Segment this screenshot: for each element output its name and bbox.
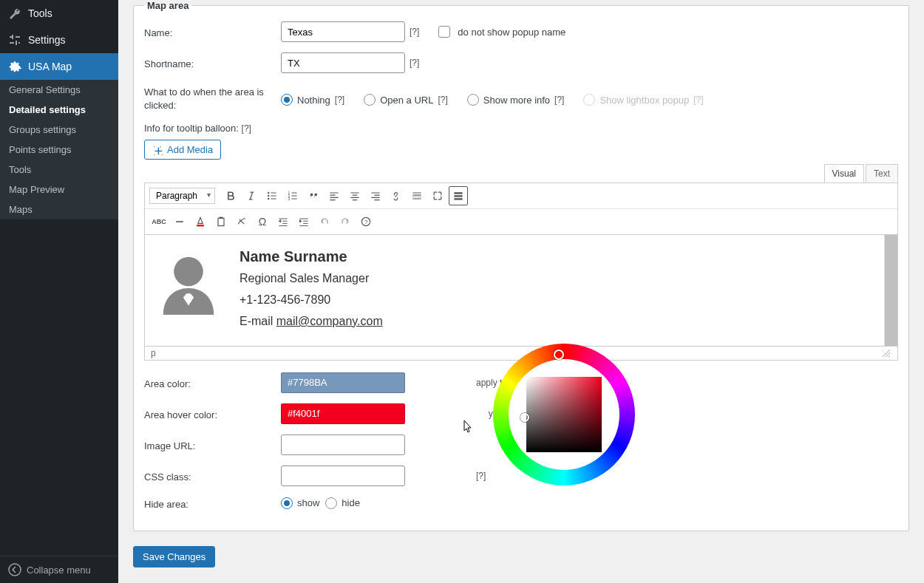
resize-grip-icon[interactable] [881,348,891,358]
outdent-icon[interactable] [274,212,293,231]
radio-lightbox: Show lightbox popup [?] [583,94,703,106]
sub-groups[interactable]: Groups settings [0,120,118,140]
special-char-icon[interactable]: Ω [253,212,272,231]
radio-show[interactable]: show [281,497,319,509]
align-left-icon[interactable] [325,186,344,205]
image-url-input[interactable] [281,434,405,455]
radio-label: Show lightbox popup [599,95,689,106]
collapse-icon [7,562,22,577]
help-icon[interactable]: ? [356,212,376,231]
sidebar-label: Settings [28,34,66,46]
radio-icon [364,94,376,106]
tooltip-help[interactable]: [?] [242,123,251,134]
radio-help[interactable]: [?] [554,95,564,105]
sub-maps[interactable]: Maps [0,200,118,219]
sub-detailed[interactable]: Detailed settings [0,100,118,120]
quote-icon[interactable] [304,186,323,205]
radio-label: Open a URL [380,95,433,106]
editor-toolbar: Paragraph 123 [144,183,898,235]
shortname-label: Shortname: [144,56,281,69]
satval-handle[interactable] [520,413,529,422]
name-input[interactable] [281,21,405,42]
redo-icon[interactable] [336,212,355,231]
radio-nothing[interactable]: Nothing [?] [281,94,344,106]
tab-visual[interactable]: Visual [824,164,864,183]
sub-general[interactable]: General Settings [0,80,118,100]
svg-rect-11 [218,219,224,226]
tooltip-label: Info for tooltip balloon: [144,123,239,134]
media-icon [152,145,163,155]
align-right-icon[interactable] [366,186,385,205]
bold-icon[interactable] [221,186,240,205]
radio-icon [583,94,595,106]
image-url-label: Image URL: [144,438,281,451]
fullscreen-icon[interactable] [428,186,447,205]
radio-icon [467,94,479,106]
wrench-icon [7,6,22,21]
bullet-list-icon[interactable] [262,186,282,205]
numbered-list-icon[interactable]: 123 [283,186,302,205]
collapse-menu[interactable]: Collapse menu [0,556,118,583]
svg-text:?: ? [364,219,368,226]
tab-text[interactable]: Text [866,164,898,183]
hue-handle[interactable] [554,350,564,360]
shortname-input[interactable] [281,52,405,73]
hr-icon[interactable] [170,212,189,231]
italic-icon[interactable] [242,186,261,205]
gear-icon [7,59,22,74]
email-link[interactable]: mail@company.com [276,315,383,327]
link-icon[interactable] [387,186,406,205]
paragraph-select[interactable]: Paragraph [149,188,215,204]
svg-rect-9 [454,199,462,200]
color-picker[interactable] [493,344,635,491]
align-center-icon[interactable] [345,186,364,205]
hover-color-label: Area hover color: [144,407,281,420]
radio-help[interactable]: [?] [335,95,344,105]
person-title: Regional Sales Manager [240,268,383,290]
paste-icon[interactable] [211,212,231,231]
radio-open-url[interactable]: Open a URL [?] [364,94,448,106]
email-label: E-mail [240,315,276,327]
editor-status-path: p [151,348,156,358]
add-media-button[interactable]: Add Media [144,140,221,160]
radio-icon [281,94,293,106]
indent-icon[interactable] [294,212,313,231]
svg-point-0 [9,564,21,576]
clear-format-icon[interactable] [232,212,251,231]
sidebar-submenu: General Settings Detailed settings Group… [0,80,118,219]
satval-square[interactable] [526,377,602,452]
css-class-help[interactable]: [?] [476,471,486,481]
toolbar-toggle-icon[interactable] [449,186,468,205]
no-popup-checkbox[interactable] [438,26,450,38]
add-media-label: Add Media [167,144,213,155]
radio-hide[interactable]: hide [325,497,360,509]
editor-content[interactable]: Name Surname Regional Sales Manager +1-1… [145,235,884,345]
sidebar-item-tools[interactable]: Tools [0,0,118,27]
radio-help: [?] [693,95,703,105]
radio-show-more[interactable]: Show more info [?] [467,94,565,106]
shortname-help[interactable]: [?] [410,58,419,68]
sub-tools[interactable]: Tools [0,160,118,180]
undo-icon[interactable] [315,212,334,231]
radio-label: hide [342,497,360,508]
svg-rect-12 [220,217,223,219]
area-color-input[interactable] [281,372,405,393]
editor-scrollbar[interactable] [884,235,897,345]
strike-icon[interactable]: ABC [149,212,169,231]
svg-point-3 [268,198,269,200]
admin-sidebar: Tools Settings USA Map General Settings … [0,0,118,583]
read-more-icon[interactable] [407,186,427,205]
sub-points[interactable]: Points settings [0,140,118,160]
name-help[interactable]: [?] [410,27,419,37]
radio-help[interactable]: [?] [438,95,447,105]
hide-label: Hide area: [144,497,281,510]
save-button[interactable]: Save Changes [133,546,215,567]
svg-rect-8 [454,196,462,197]
text-color-icon[interactable] [191,212,210,231]
sub-preview[interactable]: Map Preview [0,180,118,200]
sidebar-item-usa-map[interactable]: USA Map [0,53,118,80]
hover-color-input[interactable] [281,403,405,424]
sidebar-item-settings[interactable]: Settings [0,27,118,53]
css-class-input[interactable] [281,466,405,486]
wysiwyg-editor: Visual Text Paragraph 123 [144,164,898,360]
